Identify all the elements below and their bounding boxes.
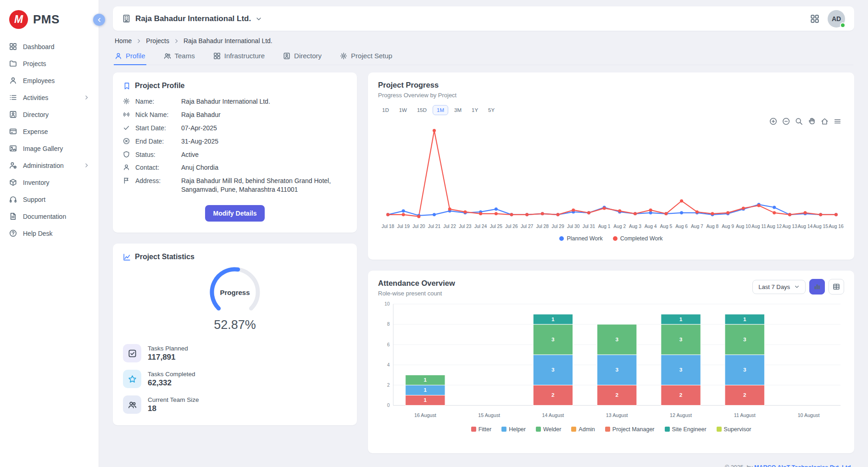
field-label: Start Date: bbox=[135, 124, 177, 133]
legend-welder[interactable]: Welder bbox=[536, 426, 561, 433]
profile-fields: Name:Raja Bahadur International Ltd.Nick… bbox=[123, 97, 347, 194]
svg-text:Aug 13: Aug 13 bbox=[782, 224, 797, 229]
field-value: Raja Bahadur Mill Rd, behind Sheraton Gr… bbox=[181, 177, 347, 194]
content-grid: Project Profile Name:Raja Bahadur Intern… bbox=[113, 72, 854, 467]
range-15d-button[interactable]: 15D bbox=[413, 105, 431, 115]
legend-planned-work[interactable]: Planned Work bbox=[559, 235, 602, 242]
svg-text:3: 3 bbox=[743, 367, 746, 372]
bar-chart-legend: FitterHelperWelderAdminProject ManagerSi… bbox=[378, 426, 844, 433]
svg-text:10: 10 bbox=[384, 301, 390, 306]
svg-text:Jul 24: Jul 24 bbox=[474, 224, 487, 229]
project-progress-card: Project Progress Progress Overview by Pr… bbox=[368, 72, 854, 260]
apps-grid-button[interactable] bbox=[810, 14, 819, 23]
legend-swatch bbox=[665, 427, 670, 432]
legend-admin[interactable]: Admin bbox=[571, 426, 595, 433]
table-icon bbox=[833, 283, 840, 290]
sidebar-item-label: Documentation bbox=[23, 213, 66, 220]
tab-project-setup[interactable]: Project Setup bbox=[339, 48, 393, 65]
legend-swatch bbox=[501, 427, 506, 432]
left-column: Project Profile Name:Raja Bahadur Intern… bbox=[113, 72, 357, 425]
profile-field-address: Address:Raja Bahadur Mill Rd, behind She… bbox=[123, 177, 347, 194]
table-view-toggle[interactable] bbox=[829, 279, 844, 295]
sidebar-item-documentation[interactable]: Documentation bbox=[0, 208, 99, 225]
breadcrumb-item[interactable]: Home bbox=[115, 37, 132, 44]
user-avatar[interactable]: AD bbox=[828, 10, 845, 28]
sidebar-item-activities[interactable]: Activities bbox=[0, 89, 99, 106]
footer-link[interactable]: MARCO AIoT Technologies Pvt. Ltd. bbox=[754, 464, 852, 467]
stat-tasks-completed: Tasks Completed62,332 bbox=[123, 370, 347, 388]
svg-text:Jul 23: Jul 23 bbox=[459, 224, 472, 229]
user-icon bbox=[115, 52, 122, 60]
breadcrumb-item[interactable]: Raja Bahadur International Ltd. bbox=[184, 37, 273, 44]
chart-view-toggle[interactable] bbox=[809, 279, 825, 295]
stat-tasks-planned: Tasks Planned117,891 bbox=[123, 344, 347, 362]
legend-site-engineer[interactable]: Site Engineer bbox=[665, 426, 707, 433]
svg-text:2: 2 bbox=[615, 392, 618, 398]
sidebar-item-label: Administration bbox=[23, 162, 64, 169]
legend-swatch bbox=[717, 427, 722, 432]
svg-text:8: 8 bbox=[387, 322, 390, 327]
chevron-right-icon bbox=[173, 38, 179, 44]
field-value: Anuj Chordia bbox=[181, 163, 218, 172]
modify-details-button[interactable]: Modify Details bbox=[205, 205, 265, 222]
chart-toolbar bbox=[769, 117, 841, 125]
svg-text:Aug 1: Aug 1 bbox=[598, 224, 611, 229]
progress-line-chart: Jul 18Jul 19Jul 20Jul 21Jul 22Jul 23Jul … bbox=[378, 117, 844, 234]
range-5y-button[interactable]: 5Y bbox=[484, 105, 499, 115]
sidebar-item-dashboard[interactable]: Dashboard bbox=[0, 38, 99, 55]
zoom-in-icon[interactable] bbox=[769, 117, 777, 125]
sidebar-item-expense[interactable]: Expense bbox=[0, 123, 99, 140]
range-1y-button[interactable]: 1Y bbox=[467, 105, 482, 115]
tab-teams[interactable]: Teams bbox=[163, 48, 196, 65]
app-name: PMS bbox=[33, 12, 60, 27]
range-1m-button[interactable]: 1M bbox=[433, 105, 448, 115]
breadcrumb-item[interactable]: Projects bbox=[146, 37, 169, 44]
legend-helper[interactable]: Helper bbox=[501, 426, 526, 433]
tab-infrastructure[interactable]: Infrastructure bbox=[212, 48, 266, 65]
menu-icon[interactable] bbox=[834, 117, 841, 125]
svg-text:2: 2 bbox=[743, 392, 746, 398]
sidebar-item-inventory[interactable]: Inventory bbox=[0, 174, 99, 191]
sidebar-item-image-gallery[interactable]: Image Gallery bbox=[0, 140, 99, 157]
sidebar-item-employees[interactable]: Employees bbox=[0, 72, 99, 89]
user-icon bbox=[123, 164, 131, 172]
sidebar-item-help-desk[interactable]: Help Desk bbox=[0, 225, 99, 242]
range-1d-button[interactable]: 1D bbox=[378, 105, 393, 115]
pan-icon[interactable] bbox=[808, 117, 816, 125]
sidebar-item-administration[interactable]: Administration bbox=[0, 157, 99, 174]
zoom-out-icon[interactable] bbox=[782, 117, 790, 125]
contact-icon bbox=[9, 111, 17, 118]
app-logo[interactable]: M PMS bbox=[0, 4, 99, 38]
range-3m-button[interactable]: 3M bbox=[450, 105, 466, 115]
logo-m-icon: M bbox=[9, 10, 28, 29]
legend-completed-work[interactable]: Completed Work bbox=[613, 235, 663, 242]
legend-fitter[interactable]: Fitter bbox=[471, 426, 491, 433]
sidebar-item-support[interactable]: Support bbox=[0, 191, 99, 208]
field-label: Address: bbox=[135, 177, 177, 194]
tab-directory[interactable]: Directory bbox=[282, 48, 323, 65]
svg-text:2: 2 bbox=[679, 392, 683, 398]
sidebar-collapse-button[interactable] bbox=[93, 14, 105, 26]
sidebar-item-label: Image Gallery bbox=[23, 145, 63, 152]
range-1w-button[interactable]: 1W bbox=[395, 105, 411, 115]
folder-icon bbox=[9, 60, 17, 67]
image-icon bbox=[9, 145, 17, 152]
legend-supervisor[interactable]: Supervisor bbox=[717, 426, 751, 433]
legend-project-manager[interactable]: Project Manager bbox=[605, 426, 655, 433]
attendance-bar-chart: 024681011116 August15 August233114 Augus… bbox=[378, 300, 844, 425]
sidebar-item-directory[interactable]: Directory bbox=[0, 106, 99, 123]
sidebar-item-projects[interactable]: Projects bbox=[0, 55, 99, 72]
svg-text:Jul 19: Jul 19 bbox=[397, 224, 410, 229]
magnifier-icon[interactable] bbox=[795, 117, 803, 125]
company-selector[interactable]: Raja Bahadur International Ltd. bbox=[122, 14, 262, 23]
svg-text:Jul 31: Jul 31 bbox=[583, 224, 595, 229]
tab-profile[interactable]: Profile bbox=[114, 48, 146, 65]
profile-field-name: Name:Raja Bahadur International Ltd. bbox=[123, 97, 347, 106]
home-icon[interactable] bbox=[821, 117, 829, 125]
svg-text:Jul 30: Jul 30 bbox=[567, 224, 580, 229]
bookmark-icon bbox=[123, 82, 131, 90]
profile-field-start-date: Start Date:07-Apr-2025 bbox=[123, 124, 347, 133]
progress-gauge: Progress 52.87% bbox=[123, 264, 347, 332]
field-value: 31-Aug-2025 bbox=[181, 137, 218, 146]
date-range-select[interactable]: Last 7 Days bbox=[752, 280, 806, 294]
